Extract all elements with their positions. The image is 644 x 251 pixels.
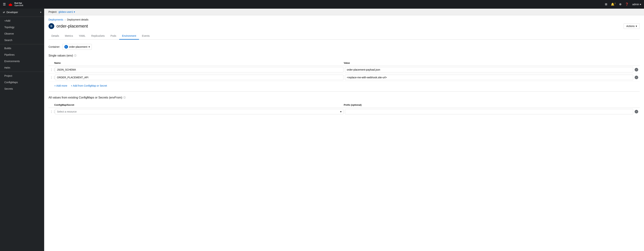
redhat-logo: Red Hat OpenShift — [8, 2, 23, 7]
sidebar-item-project[interactable]: Project — [0, 73, 44, 79]
actions-button[interactable]: Actions ▾ — [624, 23, 640, 29]
container-icon: C — [64, 45, 68, 49]
sidebar-item-environments[interactable]: Environments — [0, 58, 44, 64]
section-divider — [48, 91, 640, 92]
tab-details[interactable]: Details — [48, 32, 62, 40]
envfrom-prefix-header: Prefix (optional) — [344, 104, 633, 106]
env-name-input-2[interactable] — [55, 75, 344, 80]
project-selector[interactable]: globex-user1 ▾ — [58, 10, 75, 13]
container-chevron: ▾ — [88, 45, 90, 48]
env-name-header: Name — [54, 62, 344, 64]
tab-replicasets[interactable]: ReplicaSets — [88, 32, 108, 40]
prefix-input-1[interactable] — [345, 109, 633, 114]
page-header: D order-placement Actions ▾ — [48, 23, 640, 29]
envfrom-header: ConfigMap/Secret Prefix (optional) — [48, 102, 640, 108]
container-name: order-placement — [69, 45, 88, 48]
resource-select-chevron: ▾ — [340, 110, 342, 113]
project-dropdown-chevron: ▾ — [74, 10, 75, 13]
secrets-label: Secrets — [4, 87, 13, 90]
environments-label: Environments — [4, 60, 20, 63]
env-header: Name Value — [48, 60, 640, 66]
user-menu[interactable]: admin ▾ — [632, 3, 641, 6]
tab-pods[interactable]: Pods — [108, 32, 119, 40]
add-icon[interactable]: ⊕ — [619, 2, 622, 6]
page-title: order-placement — [56, 23, 88, 29]
title-group: D order-placement — [48, 23, 88, 29]
add-links-row: + Add more + Add from ConfigMap or Secre… — [48, 84, 640, 87]
remove-env-row-2[interactable]: − — [634, 76, 638, 79]
grid-icon[interactable]: ⊞ — [605, 2, 607, 6]
configmaps-label: ConfigMaps — [4, 81, 18, 84]
search-label: Search — [4, 39, 12, 42]
env-name-input-1[interactable] — [55, 67, 344, 72]
remove-env-row-1[interactable]: − — [634, 68, 638, 71]
sidebar-item-search[interactable]: Search — [0, 37, 44, 43]
project-prefix: Project: — [48, 10, 57, 13]
top-navigation: ☰ Red Hat OpenShift ⊞ 🔔3 ⊕ ❓ admin ▾ — [0, 0, 644, 9]
topology-label: Topology — [4, 26, 14, 29]
envfrom-configmap-header: ConfigMap/Secret — [54, 104, 344, 106]
tab-yaml[interactable]: YAML — [76, 32, 88, 40]
builds-label: Builds — [4, 47, 11, 50]
tab-events[interactable]: Events — [139, 32, 152, 40]
sidebar-item-topology[interactable]: Topology — [0, 24, 44, 30]
project-label: Project — [4, 74, 12, 77]
add-more-link[interactable]: + Add more — [54, 84, 67, 87]
actions-label: Actions — [626, 25, 634, 27]
tab-metrics[interactable]: Metrics — [62, 32, 76, 40]
tab-bar: Details Metrics YAML ReplicaSets Pods En… — [48, 32, 640, 40]
sidebar-item-observe[interactable]: Observe — [0, 30, 44, 37]
tab-environment[interactable]: Environment — [119, 32, 139, 40]
observe-label: Observe — [4, 32, 14, 35]
notifications-icon[interactable]: 🔔3 — [611, 2, 616, 6]
redhat-logo-icon — [8, 2, 13, 7]
table-row: ⋮⋮ − — [48, 74, 640, 81]
sidebar-item-secrets[interactable]: Secrets — [0, 85, 44, 92]
breadcrumb-current: Deployment details — [67, 18, 88, 21]
container-row: Container: C order-placement ▾ — [48, 44, 640, 50]
perspective-label: Developer — [6, 11, 18, 14]
sidebar-item-add[interactable]: +Add — [0, 17, 44, 24]
actions-chevron: ▾ — [636, 25, 637, 27]
env-value-input-2[interactable] — [345, 75, 633, 80]
perspective-icon: ⇄ — [3, 11, 5, 14]
deployments-link[interactable]: Deployments — [48, 18, 63, 21]
envfrom-title: All values from existing ConfigMaps or S… — [48, 96, 640, 99]
env-value-input-1[interactable] — [345, 67, 633, 72]
project-bar: Project: globex-user1 ▾ — [44, 9, 644, 15]
single-values-title: Single values (env) ⓘ — [48, 54, 640, 57]
sidebar: ⇄ Developer ▾ +Add Topology Observe Sear… — [0, 9, 44, 251]
sidebar-item-configmaps[interactable]: ConfigMaps — [0, 79, 44, 85]
help-icon[interactable]: ❓ — [625, 2, 629, 6]
sidebar-item-helm[interactable]: Helm — [0, 64, 44, 71]
env-value-header: Value — [344, 62, 633, 64]
sidebar-item-pipelines[interactable]: Pipelines — [0, 51, 44, 58]
redhat-text: Red Hat — [14, 2, 23, 4]
single-values-label: Single values (env) — [48, 54, 73, 57]
main-content: Project: globex-user1 ▾ Deployments › De… — [44, 9, 644, 251]
envfrom-info-icon[interactable]: ⓘ — [123, 96, 126, 99]
openshift-text: OpenShift — [14, 4, 23, 7]
hamburger-menu[interactable]: ☰ — [3, 2, 6, 6]
drag-handle-1[interactable]: ⋮⋮ — [50, 68, 54, 71]
single-values-info-icon[interactable]: ⓘ — [74, 54, 76, 57]
helm-label: Helm — [4, 66, 10, 69]
drag-handle-2[interactable]: ⋮⋮ — [50, 76, 54, 79]
resource-select-dropdown[interactable]: Select a resource ▾ — [55, 109, 344, 114]
env-table: Name Value ⋮⋮ − ⋮⋮ − — [48, 60, 640, 81]
perspective-chevron: ▾ — [40, 11, 41, 13]
list-item: ⋮⋮ Select a resource ▾ − — [48, 108, 640, 115]
table-row: ⋮⋮ − — [48, 66, 640, 74]
container-label: Container: — [48, 45, 60, 48]
project-name: globex-user1 — [58, 10, 73, 13]
developer-perspective-selector[interactable]: ⇄ Developer ▾ — [0, 9, 44, 16]
breadcrumb-separator: › — [65, 18, 66, 21]
notification-count: 3 — [614, 2, 616, 4]
remove-envfrom-row-1[interactable]: − — [634, 110, 638, 113]
container-selector[interactable]: C order-placement ▾ — [62, 44, 92, 50]
sidebar-item-builds[interactable]: Builds — [0, 45, 44, 51]
add-configmap-link[interactable]: + Add from ConfigMap or Secret — [71, 84, 107, 87]
envfrom-label: All values from existing ConfigMaps or S… — [48, 96, 122, 99]
resource-select-placeholder: Select a resource — [57, 110, 76, 113]
drag-handle-envfrom-1[interactable]: ⋮⋮ — [50, 110, 54, 113]
